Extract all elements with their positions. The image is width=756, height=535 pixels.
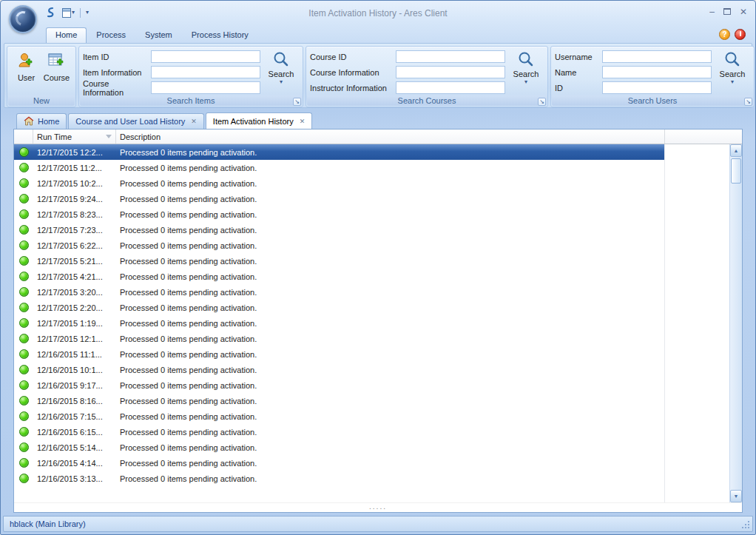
run-time-cell: 12/17/2015 11:2... (33, 164, 116, 172)
search-courses-button[interactable]: Search ▾ (508, 49, 544, 85)
new-window-icon[interactable]: ▾ (60, 7, 76, 19)
search-items-button[interactable]: Search ▾ (263, 49, 299, 85)
run-time-cell: 12/16/2015 10:1... (33, 366, 116, 374)
table-row[interactable]: 12/17/2015 5:21... Processed 0 items pen… (14, 253, 664, 269)
table-row[interactable]: 12/17/2015 2:20... Processed 0 items pen… (14, 300, 664, 315)
description-cell: Processed 0 items pending activation. (116, 334, 665, 343)
window-title: Item Activation History - Ares Client (3, 8, 753, 18)
resize-grip-icon[interactable] (740, 519, 751, 530)
run-time-cell: 12/16/2015 7:15... (33, 412, 116, 421)
new-user-button[interactable]: User (11, 49, 41, 84)
table-row[interactable]: 12/16/2015 8:16... Processed 0 items pen… (14, 393, 664, 408)
ribbon-tab-strip-row: HomeProcessSystemProcess History ? (3, 25, 753, 43)
search-icon (724, 51, 740, 69)
table-row[interactable]: 12/16/2015 9:17... Processed 0 items pen… (14, 377, 664, 393)
search-users-button[interactable]: Search ▾ (715, 49, 750, 85)
id-label: ID (555, 84, 602, 92)
minimize-button[interactable]: – (709, 7, 715, 16)
item-information-input[interactable] (151, 66, 260, 78)
course-information-input[interactable] (151, 81, 260, 94)
tab-close-icon[interactable]: ✕ (300, 118, 306, 125)
group-title-new: New (8, 95, 75, 106)
maximize-button[interactable] (723, 7, 731, 16)
description-cell: Processed 0 items pending activation. (116, 381, 665, 390)
table-row[interactable]: 12/17/2015 12:2... Processed 0 items pen… (14, 144, 664, 160)
doc-tab-course-and-user-load-history[interactable]: Course and User Load History ✕ (68, 113, 204, 129)
id-input[interactable] (602, 81, 712, 94)
table-row[interactable]: 12/16/2015 11:1... Processed 0 items pen… (14, 346, 664, 362)
item-id-input[interactable] (151, 50, 260, 63)
new-window-dropdown-icon[interactable]: ▾ (72, 10, 75, 16)
doc-tab-item-activation-history[interactable]: Item Activation History ✕ (206, 112, 312, 129)
column-header-status[interactable] (14, 129, 33, 144)
table-row[interactable]: 12/17/2015 12:1... Processed 0 items pen… (14, 331, 664, 346)
ares-logo-icon (13, 9, 33, 29)
qat-customize-icon[interactable]: ▾ (84, 9, 90, 16)
search-icon (273, 51, 289, 69)
table-row[interactable]: 12/17/2015 10:2... Processed 0 items pen… (14, 175, 664, 191)
course-id-input[interactable] (396, 50, 505, 63)
status-ok-icon (19, 334, 29, 343)
doc-tab-home[interactable]: Home (16, 113, 67, 129)
window-controls: – ✕ (709, 7, 747, 16)
status-ok-icon (19, 443, 29, 452)
titlebar: Item Activation History - Ares Client ▾ … (3, 3, 753, 25)
description-cell: Processed 0 items pending activation. (116, 350, 665, 359)
scroll-thumb[interactable] (731, 158, 741, 184)
username-input[interactable] (602, 50, 712, 63)
dialog-launcher-icon[interactable]: ↘ (293, 98, 301, 106)
table-row[interactable]: 12/16/2015 10:1... Processed 0 items pen… (14, 362, 664, 377)
column-header-run-time[interactable]: Run Time (33, 129, 116, 144)
ribbon-tab-system[interactable]: System (135, 27, 182, 43)
table-row[interactable]: 12/17/2015 7:23... Processed 0 items pen… (14, 222, 664, 238)
name-input[interactable] (602, 66, 712, 78)
run-time-cell: 12/16/2015 9:17... (33, 381, 116, 390)
app-menu-button[interactable] (9, 5, 37, 33)
description-cell: Processed 0 items pending activation. (116, 397, 665, 406)
table-row[interactable]: 12/17/2015 8:23... Processed 0 items pen… (14, 206, 664, 222)
sort-indicator-icon (106, 135, 112, 138)
splitter-handle[interactable]: ..... (14, 502, 742, 512)
table-row[interactable]: 12/17/2015 6:22... Processed 0 items pen… (14, 238, 664, 253)
scroll-up-icon[interactable]: ▲ (730, 144, 742, 157)
table-row[interactable]: 12/16/2015 7:15... Processed 0 items pen… (14, 408, 664, 424)
ribbon-tab-process-history[interactable]: Process History (182, 27, 258, 43)
table-row[interactable]: 12/17/2015 1:19... Processed 0 items pen… (14, 315, 664, 331)
course-information-search-input[interactable] (396, 66, 505, 78)
table-row[interactable]: 12/16/2015 5:14... Processed 0 items pen… (14, 440, 664, 455)
maximize-icon (723, 8, 731, 15)
help-icon[interactable]: ? (719, 29, 730, 40)
course-information-label: Course Information (310, 68, 396, 77)
table-row[interactable]: 12/17/2015 3:20... Processed 0 items pen… (14, 284, 664, 300)
table-row[interactable]: 12/16/2015 6:15... Processed 0 items pen… (14, 424, 664, 440)
scroll-down-icon[interactable]: ▼ (730, 490, 742, 502)
table-row[interactable]: 12/16/2015 3:13... Processed 0 items pen… (14, 471, 664, 486)
ribbon-group-search-users: Username Name ID Search ▾ Search Users ↘ (550, 46, 755, 107)
instructor-information-input[interactable] (396, 81, 505, 94)
table-row[interactable]: 12/17/2015 11:2... Processed 0 items pen… (14, 160, 664, 175)
process-queue-icon[interactable] (43, 6, 58, 19)
run-time-cell: 12/17/2015 3:20... (33, 288, 116, 297)
help-icons: ? (719, 29, 746, 40)
grid-rows-inner: 12/17/2015 12:2... Processed 0 items pen… (14, 144, 665, 502)
table-row[interactable]: 12/17/2015 9:24... Processed 0 items pen… (14, 191, 664, 206)
table-row[interactable]: 12/16/2015 4:14... Processed 0 items pen… (14, 455, 664, 471)
tab-close-icon[interactable]: ✕ (191, 118, 197, 125)
close-button[interactable]: ✕ (740, 7, 747, 16)
status-ok-icon (19, 458, 29, 468)
dialog-launcher-icon[interactable]: ↘ (538, 98, 546, 106)
ribbon-tab-home[interactable]: Home (46, 27, 87, 43)
exit-icon[interactable] (735, 29, 746, 40)
ribbon-tab-process[interactable]: Process (87, 27, 135, 43)
status-text: hblack (Main Library) (10, 519, 86, 528)
vertical-scrollbar[interactable]: ▲ ▼ (729, 144, 742, 502)
status-ok-icon (19, 396, 29, 406)
dialog-launcher-icon[interactable]: ↘ (744, 98, 752, 106)
table-row[interactable]: 12/17/2015 4:21... Processed 0 items pen… (14, 269, 664, 284)
grid-header: Run Time Description (14, 129, 742, 144)
new-course-button[interactable]: Course (41, 49, 72, 84)
status-ok-icon (19, 411, 29, 421)
column-header-description[interactable]: Description (116, 129, 665, 144)
run-time-cell: 12/17/2015 7:23... (33, 226, 116, 235)
description-cell: Processed 0 items pending activation. (116, 443, 665, 452)
